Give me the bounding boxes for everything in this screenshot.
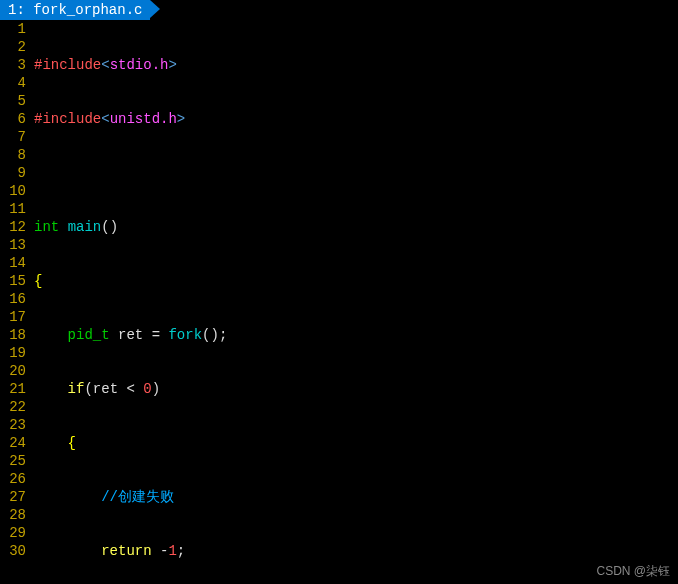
line-number: 15	[0, 272, 26, 290]
line-number: 11	[0, 200, 26, 218]
code-line: {	[30, 434, 678, 452]
line-number: 8	[0, 146, 26, 164]
tab-filename: fork_orphan.c	[33, 2, 142, 18]
line-number: 3	[0, 56, 26, 74]
line-number: 12	[0, 218, 26, 236]
line-number: 27	[0, 488, 26, 506]
code-line: //创建失败	[30, 488, 678, 506]
code-line: pid_t ret = fork();	[30, 326, 678, 344]
line-number-gutter: 1234567891011121314151617181920212223242…	[0, 20, 30, 584]
code-editor[interactable]: 1234567891011121314151617181920212223242…	[0, 20, 678, 584]
line-number: 5	[0, 92, 26, 110]
line-number: 4	[0, 74, 26, 92]
line-number: 21	[0, 380, 26, 398]
line-number: 2	[0, 38, 26, 56]
line-number: 14	[0, 254, 26, 272]
line-number: 22	[0, 398, 26, 416]
line-number: 18	[0, 326, 26, 344]
watermark: CSDN @柒钰	[596, 562, 670, 580]
line-number: 16	[0, 290, 26, 308]
code-line: #include<stdio.h>	[30, 56, 678, 74]
line-number: 1	[0, 20, 26, 38]
code-line: if(ret < 0)	[30, 380, 678, 398]
line-number: 9	[0, 164, 26, 182]
code-line	[30, 164, 678, 182]
line-number: 23	[0, 416, 26, 434]
line-number: 25	[0, 452, 26, 470]
code-line: #include<unistd.h>	[30, 110, 678, 128]
code-line: int main()	[30, 218, 678, 236]
line-number: 28	[0, 506, 26, 524]
line-number: 29	[0, 524, 26, 542]
line-number: 10	[0, 182, 26, 200]
line-number: 7	[0, 128, 26, 146]
line-number: 20	[0, 362, 26, 380]
code-line: {	[30, 272, 678, 290]
line-number: 30	[0, 542, 26, 560]
line-number: 19	[0, 344, 26, 362]
line-number: 26	[0, 470, 26, 488]
line-number: 17	[0, 308, 26, 326]
tab-index: 1:	[8, 2, 33, 18]
code-line: return -1;	[30, 542, 678, 560]
line-number: 6	[0, 110, 26, 128]
line-number: 24	[0, 434, 26, 452]
line-number: 13	[0, 236, 26, 254]
editor-tab[interactable]: 1: fork_orphan.c	[0, 0, 150, 20]
code-area[interactable]: #include<stdio.h> #include<unistd.h> int…	[30, 20, 678, 584]
